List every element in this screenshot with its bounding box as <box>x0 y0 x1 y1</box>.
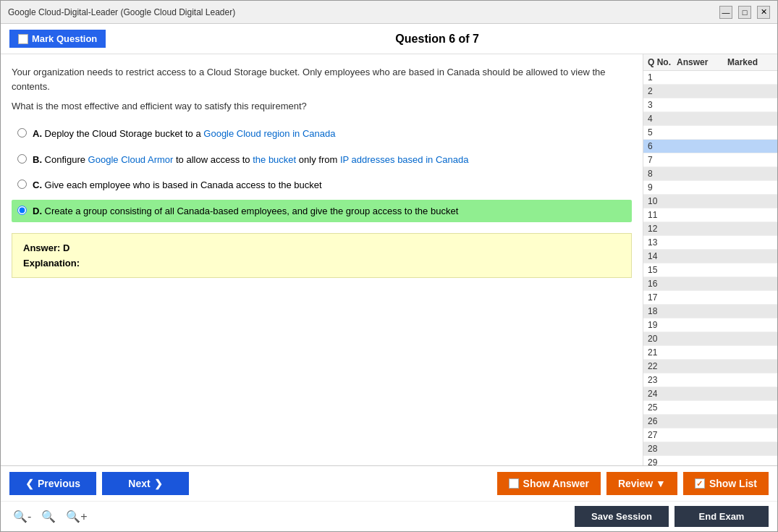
sidebar-row-num: 18 <box>648 306 677 316</box>
sidebar-row[interactable]: 28 <box>643 442 777 456</box>
sidebar-row-num: 3 <box>648 100 677 110</box>
option-c[interactable]: C. Give each employee who is based in Ca… <box>12 174 632 197</box>
sidebar-row-answer <box>677 375 727 385</box>
sidebar-row-marked <box>727 196 773 206</box>
app-window: Google Cloud-Digital-Leader (Google Clou… <box>0 0 778 532</box>
sidebar-row[interactable]: 12 <box>643 222 777 236</box>
sidebar-row-answer <box>677 86 727 96</box>
save-session-label: Save Session <box>591 511 652 522</box>
sidebar-row-marked <box>727 389 773 399</box>
sidebar-row-answer <box>677 114 727 124</box>
sidebar-row-num: 29 <box>648 457 677 465</box>
sidebar-row[interactable]: 8 <box>643 167 777 181</box>
review-button[interactable]: Review ▼ <box>606 472 677 495</box>
sidebar-row-marked <box>727 430 773 440</box>
sidebar-row-answer <box>677 334 727 344</box>
previous-button[interactable]: Previous <box>9 472 96 495</box>
sidebar-row[interactable]: 14 <box>643 250 777 263</box>
sidebar-row[interactable]: 2 <box>643 85 777 98</box>
option-a[interactable]: A. Deploy the Cloud Storage bucket to a … <box>12 122 632 145</box>
next-button[interactable]: Next <box>102 472 189 495</box>
sidebar-row-answer <box>677 306 727 316</box>
zoom-in-button[interactable]: 🔍+ <box>62 508 90 525</box>
sidebar-header: Q No. Answer Marked <box>643 54 777 71</box>
sidebar-row-num: 19 <box>648 320 677 330</box>
sidebar-row-num: 7 <box>648 155 677 165</box>
radio-a[interactable] <box>17 128 27 138</box>
sidebar-row[interactable]: 3 <box>643 98 777 112</box>
sidebar-row[interactable]: 22 <box>643 360 777 373</box>
header-qno: Q No. <box>648 57 677 67</box>
sidebar-row-num: 16 <box>648 279 677 289</box>
sidebar-row[interactable]: 27 <box>643 428 777 442</box>
header-marked: Marked <box>727 57 773 67</box>
sidebar-row[interactable]: 24 <box>643 387 777 401</box>
sidebar-row-num: 15 <box>648 265 677 275</box>
sidebar-row-num: 13 <box>648 237 677 248</box>
sidebar-row[interactable]: 13 <box>643 236 777 250</box>
sidebar-row-answer <box>677 444 727 454</box>
sidebar-row-answer <box>677 320 727 330</box>
sidebar-row-marked <box>727 375 773 385</box>
sidebar-row-num: 26 <box>648 416 677 426</box>
sidebar-row-marked <box>727 361 773 371</box>
sidebar-rows: 1 2 3 4 5 6 7 8 <box>643 71 777 465</box>
answer-box: Answer: D Explanation: <box>12 233 632 278</box>
sidebar-row-answer <box>677 141 727 151</box>
end-exam-button[interactable]: End Exam <box>675 506 769 527</box>
sidebar-row[interactable]: 5 <box>643 126 777 140</box>
main-content: Your organization needs to restrict acce… <box>1 54 777 465</box>
sidebar-row-num: 1 <box>648 72 677 83</box>
zoom-controls: 🔍- 🔍 🔍+ <box>9 508 91 525</box>
sidebar-row-marked <box>727 237 773 248</box>
sidebar-row[interactable]: 19 <box>643 318 777 332</box>
sidebar-row[interactable]: 4 <box>643 112 777 126</box>
question-area: Your organization needs to restrict acce… <box>1 54 643 465</box>
sidebar-row-answer <box>677 237 727 248</box>
sidebar-row[interactable]: 20 <box>643 332 777 346</box>
sidebar-row[interactable]: 16 <box>643 277 777 291</box>
sidebar-row[interactable]: 17 <box>643 291 777 305</box>
sidebar-row[interactable]: 1 <box>643 71 777 85</box>
title-bar: Google Cloud-Digital-Leader (Google Clou… <box>1 1 777 24</box>
sidebar-row-num: 22 <box>648 361 677 371</box>
option-d-text: D. Create a group consisting of all Cana… <box>33 204 458 219</box>
sidebar-row[interactable]: 11 <box>643 208 777 222</box>
sidebar-row[interactable]: 6 <box>643 140 777 153</box>
sidebar-row-marked <box>727 182 773 193</box>
sidebar-row-answer <box>677 279 727 289</box>
sidebar-row[interactable]: 15 <box>643 263 777 277</box>
show-list-checkbox-icon <box>695 478 705 489</box>
close-button[interactable]: ✕ <box>757 6 770 19</box>
sidebar-row-marked <box>727 169 773 179</box>
sidebar-row-num: 17 <box>648 292 677 303</box>
sidebar-row-num: 27 <box>648 430 677 440</box>
show-answer-button[interactable]: Show Answer <box>497 472 601 495</box>
sidebar-row[interactable]: 7 <box>643 153 777 167</box>
minimize-button[interactable]: — <box>719 6 732 19</box>
sidebar-row[interactable]: 23 <box>643 373 777 387</box>
show-list-button[interactable]: Show List <box>683 472 769 495</box>
option-b[interactable]: B. Configure Google Cloud Armor to allow… <box>12 148 632 172</box>
sidebar-row[interactable]: 26 <box>643 415 777 428</box>
radio-c[interactable] <box>17 180 27 189</box>
sidebar-row[interactable]: 10 <box>643 195 777 208</box>
sidebar-row[interactable]: 21 <box>643 346 777 360</box>
sidebar-row[interactable]: 18 <box>643 305 777 318</box>
question-title: Question 6 of 7 <box>106 33 769 46</box>
radio-d[interactable] <box>17 206 27 215</box>
radio-b[interactable] <box>17 154 27 164</box>
zoom-reset-button[interactable]: 🔍 <box>38 508 59 525</box>
sidebar-row[interactable]: 25 <box>643 401 777 415</box>
restore-button[interactable]: □ <box>738 6 751 19</box>
window-controls: — □ ✕ <box>719 6 770 19</box>
zoom-out-button[interactable]: 🔍- <box>9 508 35 525</box>
save-session-button[interactable]: Save Session <box>575 506 669 527</box>
mark-question-button[interactable]: Mark Question <box>9 30 106 48</box>
sidebar-row[interactable]: 29 <box>643 456 777 465</box>
sidebar-row-marked <box>727 334 773 344</box>
sidebar-row[interactable]: 9 <box>643 181 777 195</box>
sidebar-row-num: 25 <box>648 402 677 413</box>
sidebar-row-marked <box>727 72 773 83</box>
option-d[interactable]: D. Create a group consisting of all Cana… <box>12 200 632 223</box>
